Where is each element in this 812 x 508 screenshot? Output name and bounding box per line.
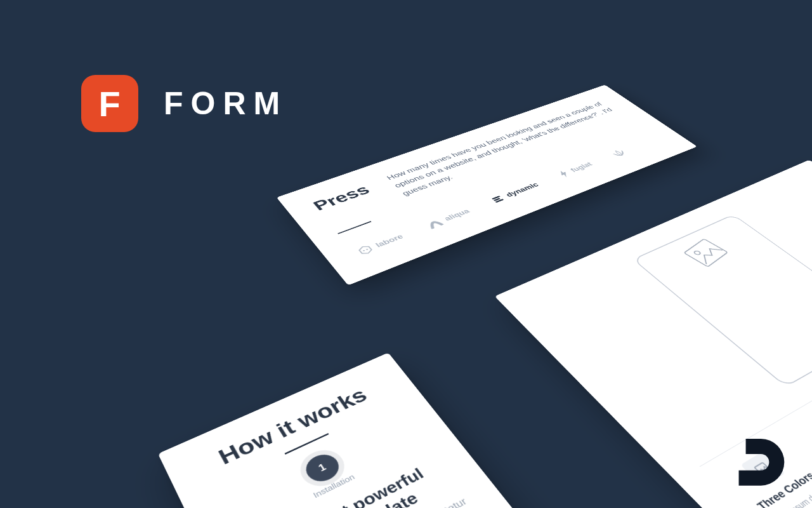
brand-badge-letter: F [98, 83, 121, 124]
lotus-icon [608, 147, 629, 158]
logo-label: labore [374, 233, 405, 249]
brand-badge: F [81, 75, 138, 132]
step-title: Our most powerful engine to date [242, 455, 461, 508]
svg-point-1 [363, 250, 365, 251]
press-title: Press [310, 182, 374, 213]
brand-lockup: F FORM [81, 75, 287, 132]
logo-label: dynamic [504, 182, 541, 199]
image-placeholder-icon [683, 238, 730, 268]
press-logo-dynamic[interactable]: dynamic [489, 181, 541, 204]
svg-point-2 [366, 248, 369, 250]
logo-label: aliqua [442, 208, 471, 222]
brand-wordmark: FORM [164, 85, 287, 122]
press-logo-fugiat[interactable]: fugiat [556, 161, 594, 179]
logo-label: fugiat [568, 161, 594, 173]
card-how-it-works: How it works 1 Installation Our most pow… [158, 352, 630, 508]
arch-icon [425, 218, 445, 229]
device-outline [632, 214, 812, 387]
press-blurb: How many times have you been looking and… [384, 99, 627, 198]
hex-icon [356, 244, 376, 257]
step-number-badge: 1 [301, 450, 344, 486]
press-logo-aliqua[interactable]: aliqua [425, 207, 472, 229]
bolt-icon [556, 169, 572, 178]
svg-marker-0 [358, 245, 373, 255]
press-logo-labore[interactable]: labore [356, 232, 406, 257]
card-press: Press How many times have you been looki… [277, 85, 697, 286]
svg-point-7 [693, 250, 701, 255]
bars-icon [489, 194, 506, 204]
how-title: How it works [193, 377, 390, 479]
publisher-d-logo-icon [728, 432, 787, 493]
press-logo-lotus[interactable] [608, 147, 629, 158]
